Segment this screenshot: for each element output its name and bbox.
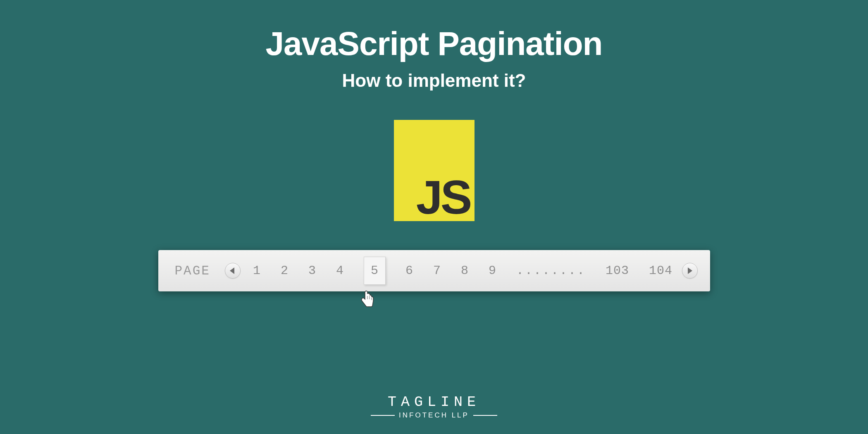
pagination-ellipsis: ........ [516, 264, 586, 278]
page-number-5-current[interactable]: 5 [364, 257, 386, 285]
js-logo-text: JS [416, 170, 470, 224]
page-number-2[interactable]: 2 [281, 264, 289, 278]
page-number-4[interactable]: 4 [336, 264, 344, 278]
cursor-pointer-icon [360, 290, 376, 308]
page-number-103[interactable]: 103 [606, 264, 629, 278]
brand-tagline: INFOTECH LLP [399, 411, 469, 420]
javascript-logo: JS [394, 120, 475, 221]
pagination-bar: PAGE 1 2 3 4 5 6 7 8 9 ........ 103 104 [158, 250, 710, 291]
page-number-8[interactable]: 8 [461, 264, 469, 278]
previous-page-button[interactable] [225, 263, 241, 279]
page-number-3[interactable]: 3 [308, 264, 316, 278]
main-container: JavaScript Pagination How to implement i… [0, 0, 868, 434]
chevron-left-icon [230, 267, 234, 274]
brand-tagline-row: INFOTECH LLP [371, 411, 497, 420]
page-number-7[interactable]: 7 [433, 264, 441, 278]
page-number-104[interactable]: 104 [649, 264, 672, 278]
page-label: PAGE [175, 264, 210, 278]
page-numbers-list: 1 2 3 4 5 6 7 8 9 ........ 103 104 [253, 257, 672, 285]
divider-line-left [371, 415, 395, 416]
next-page-button[interactable] [682, 263, 698, 279]
page-title: JavaScript Pagination [266, 25, 603, 63]
page-number-1[interactable]: 1 [253, 264, 261, 278]
brand-name: TAGLINE [371, 394, 497, 410]
page-number-6[interactable]: 6 [405, 264, 413, 278]
footer-brand-logo: TAGLINE INFOTECH LLP [371, 394, 497, 420]
page-number-9[interactable]: 9 [489, 264, 496, 278]
chevron-right-icon [688, 267, 692, 274]
page-subtitle: How to implement it? [342, 70, 526, 91]
divider-line-right [473, 415, 497, 416]
